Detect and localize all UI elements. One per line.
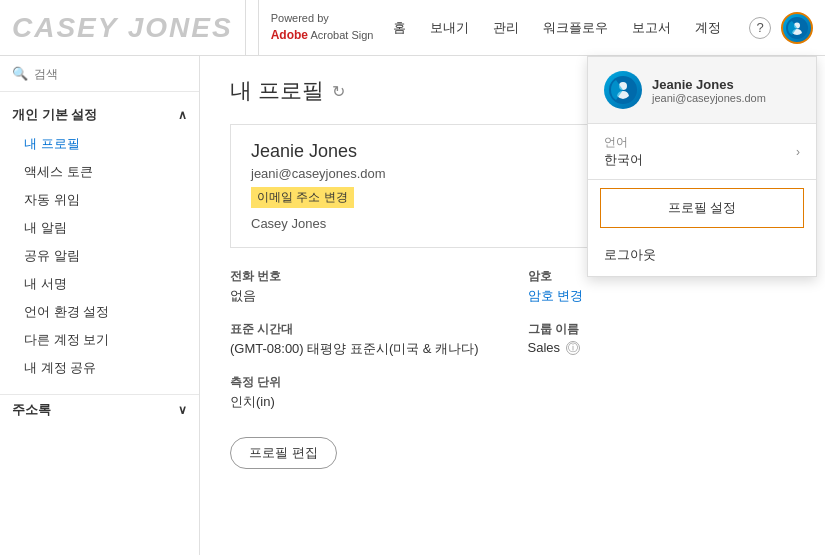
sidebar-item-my-signature[interactable]: 내 서명 <box>0 270 199 298</box>
sidebar-section-personal: 개인 기본 설정 ∧ 내 프로필 액세스 토큰 자동 위임 내 알림 공유 알림… <box>0 92 199 390</box>
sidebar-section-personal-header[interactable]: 개인 기본 설정 ∧ <box>0 100 199 130</box>
nav-manage[interactable]: 관리 <box>493 0 519 55</box>
dropdown-user-info: Jeanie Jones jeani@caseyjones.dom <box>652 77 766 104</box>
dropdown-user-name: Jeanie Jones <box>652 77 766 92</box>
info-icon[interactable]: ⓘ <box>566 341 580 355</box>
group-row: Sales ⓘ <box>528 340 796 355</box>
nav-home[interactable]: 홈 <box>393 0 406 55</box>
main-nav: 홈 보내기 관리 워크플로우 보고서 계정 <box>373 0 737 55</box>
sidebar-item-view-accounts[interactable]: 다른 계정 보기 <box>0 326 199 354</box>
timezone-label: 표준 시간대 <box>230 321 498 338</box>
powered-by-text: Powered by Adobe Acrobat Sign <box>271 11 374 43</box>
chevron-right-icon: › <box>796 145 800 159</box>
sidebar-item-auto-delegate[interactable]: 자동 위임 <box>0 186 199 214</box>
logo: CASEY JONES <box>12 12 233 44</box>
powered-by: Powered by Adobe Acrobat Sign <box>258 0 374 55</box>
help-icon[interactable]: ? <box>749 17 771 39</box>
nav-account[interactable]: 계정 <box>695 0 721 55</box>
sidebar-section-address-book[interactable]: 주소록 ∨ <box>0 394 199 425</box>
nav-reports[interactable]: 보고서 <box>632 0 671 55</box>
group-block: 그룹 이름 Sales ⓘ <box>528 321 796 358</box>
header: CASEY JONES Powered by Adobe Acrobat Sig… <box>0 0 825 56</box>
language-info: 언어 한국어 <box>604 134 643 169</box>
sidebar: 🔍 개인 기본 설정 ∧ 내 프로필 액세스 토큰 자동 위임 내 알림 공유 … <box>0 56 200 555</box>
dropdown-avatar <box>604 71 642 109</box>
logo-area: CASEY JONES <box>0 0 246 55</box>
edit-profile-button[interactable]: 프로필 편집 <box>230 437 337 469</box>
dropdown-header: Jeanie Jones jeani@caseyjones.dom <box>588 57 816 124</box>
page-title: 내 프로필 <box>230 76 324 106</box>
logout-button[interactable]: 로그아웃 <box>588 238 816 276</box>
email-change-button[interactable]: 이메일 주소 변경 <box>251 187 354 208</box>
refresh-icon[interactable]: ↻ <box>332 82 345 101</box>
search-input[interactable] <box>34 67 187 81</box>
group-value: Sales <box>528 340 561 355</box>
phone-block: 전화 번호 없음 <box>230 268 498 305</box>
collapse-icon: ∧ <box>178 108 187 122</box>
info-grid: 전화 번호 없음 암호 암호 변경 표준 시간대 (GMT-08:00) 태평양… <box>230 268 795 411</box>
profile-settings-link[interactable]: 프로필 설정 <box>600 188 804 228</box>
avatar-icon <box>786 17 808 39</box>
expand-icon: ∨ <box>178 403 187 417</box>
unit-value: 인치(in) <box>230 393 498 411</box>
dropdown-avatar-icon <box>609 76 637 104</box>
user-dropdown: Jeanie Jones jeani@caseyjones.dom 언어 한국어… <box>587 56 817 277</box>
sidebar-item-access-token[interactable]: 액세스 토큰 <box>0 158 199 186</box>
sidebar-item-my-notifications[interactable]: 내 알림 <box>0 214 199 242</box>
unit-block: 측정 단위 인치(in) <box>230 374 498 411</box>
sidebar-section-personal-label: 개인 기본 설정 <box>12 106 97 124</box>
sidebar-item-my-profile[interactable]: 내 프로필 <box>0 130 199 158</box>
group-label: 그룹 이름 <box>528 321 796 338</box>
sidebar-item-share-account[interactable]: 내 계정 공유 <box>0 354 199 382</box>
language-value: 한국어 <box>604 151 643 169</box>
sidebar-section-address-book-label: 주소록 <box>12 401 51 419</box>
unit-label: 측정 단위 <box>230 374 498 391</box>
header-right: ? <box>737 12 825 44</box>
phone-label: 전화 번호 <box>230 268 498 285</box>
timezone-block: 표준 시간대 (GMT-08:00) 태평양 표준시(미국 & 캐나다) <box>230 321 498 358</box>
language-row[interactable]: 언어 한국어 › <box>604 134 800 169</box>
phone-value: 없음 <box>230 287 498 305</box>
dropdown-user-email: jeani@caseyjones.dom <box>652 92 766 104</box>
avatar-inner <box>783 14 811 42</box>
nav-send[interactable]: 보내기 <box>430 0 469 55</box>
sidebar-search: 🔍 <box>0 56 199 92</box>
dropdown-language-section: 언어 한국어 › <box>588 124 816 179</box>
password-change-link[interactable]: 암호 변경 <box>528 287 796 305</box>
language-label: 언어 <box>604 134 643 151</box>
search-icon: 🔍 <box>12 66 28 81</box>
avatar-button[interactable] <box>781 12 813 44</box>
timezone-value: (GMT-08:00) 태평양 표준시(미국 & 캐나다) <box>230 340 498 358</box>
sidebar-item-shared-notifications[interactable]: 공유 알림 <box>0 242 199 270</box>
nav-workflow[interactable]: 워크플로우 <box>543 0 608 55</box>
sidebar-item-language-settings[interactable]: 언어 환경 설정 <box>0 298 199 326</box>
